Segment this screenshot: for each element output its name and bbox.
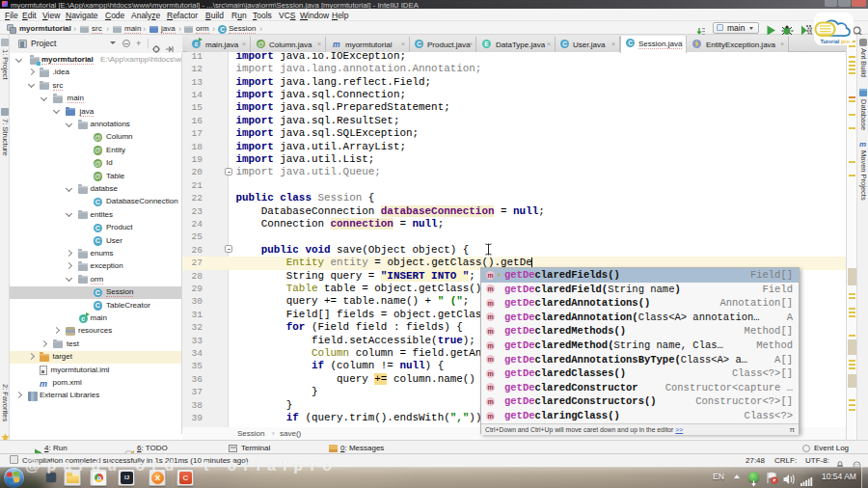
svg-text:Tutorial: Tutorial bbox=[821, 39, 840, 44]
svg-text:pro: pro bbox=[841, 39, 851, 44]
